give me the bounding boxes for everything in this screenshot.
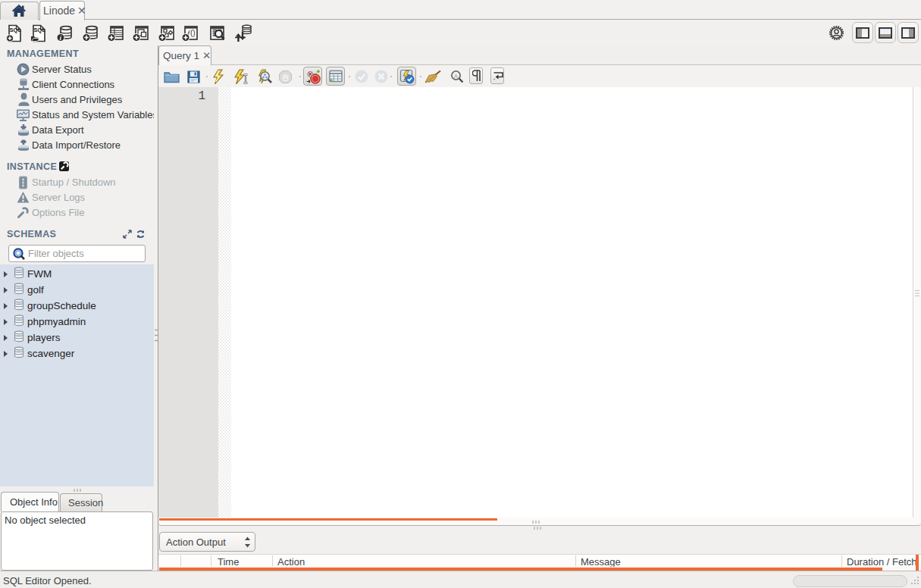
svg-text:A: A — [454, 73, 459, 80]
svg-text:SQL: SQL — [34, 27, 46, 33]
svg-text:(): () — [190, 29, 196, 37]
svg-text:SQL: SQL — [10, 27, 22, 33]
